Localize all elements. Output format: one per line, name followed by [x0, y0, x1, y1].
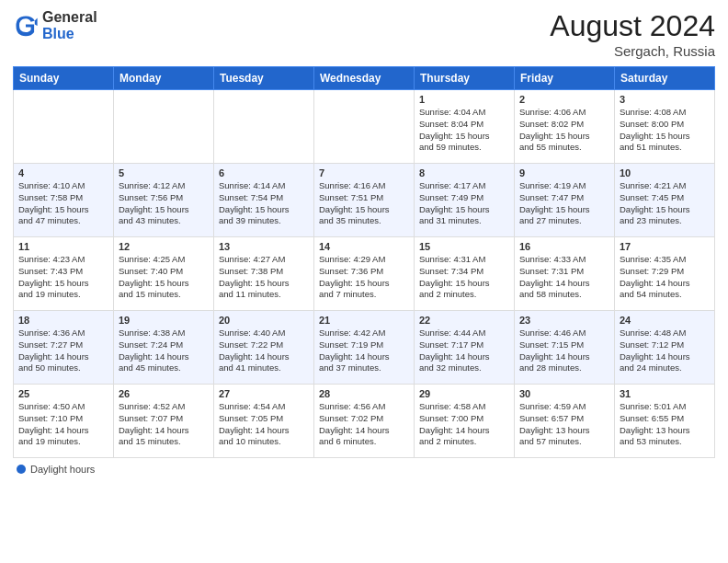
legend: Daylight hours	[13, 464, 715, 475]
calendar-cell: 24Sunrise: 4:48 AM Sunset: 7:12 PM Dayli…	[615, 311, 715, 385]
calendar-cell: 21Sunrise: 4:42 AM Sunset: 7:19 PM Dayli…	[314, 311, 415, 385]
day-number: 4	[18, 167, 108, 178]
calendar-cell: 14Sunrise: 4:29 AM Sunset: 7:36 PM Dayli…	[314, 237, 415, 311]
day-number: 29	[419, 388, 509, 399]
calendar-cell	[114, 90, 214, 164]
day-number: 24	[620, 315, 710, 326]
calendar-week-2: 4Sunrise: 4:10 AM Sunset: 7:58 PM Daylig…	[14, 164, 715, 237]
day-info: Sunrise: 5:01 AM Sunset: 6:55 PM Dayligh…	[620, 401, 710, 448]
day-info: Sunrise: 4:46 AM Sunset: 7:15 PM Dayligh…	[519, 327, 609, 374]
legend-item-daylight: Daylight hours	[17, 464, 95, 475]
calendar-week-3: 11Sunrise: 4:23 AM Sunset: 7:43 PM Dayli…	[14, 237, 715, 311]
calendar-cell: 19Sunrise: 4:38 AM Sunset: 7:24 PM Dayli…	[114, 311, 214, 385]
day-info: Sunrise: 4:56 AM Sunset: 7:02 PM Dayligh…	[319, 401, 409, 448]
calendar-week-5: 25Sunrise: 4:50 AM Sunset: 7:10 PM Dayli…	[14, 385, 715, 458]
day-info: Sunrise: 4:58 AM Sunset: 7:00 PM Dayligh…	[419, 401, 509, 448]
logo: General Blue	[13, 9, 97, 41]
calendar-cell: 27Sunrise: 4:54 AM Sunset: 7:05 PM Dayli…	[214, 385, 314, 458]
calendar-cell: 22Sunrise: 4:44 AM Sunset: 7:17 PM Dayli…	[415, 311, 515, 385]
calendar-header-row: SundayMondayTuesdayWednesdayThursdayFrid…	[14, 67, 715, 90]
day-number: 11	[18, 241, 108, 252]
day-number: 1	[419, 94, 509, 105]
day-number: 3	[620, 94, 710, 105]
calendar-cell: 12Sunrise: 4:25 AM Sunset: 7:40 PM Dayli…	[114, 237, 214, 311]
day-info: Sunrise: 4:52 AM Sunset: 7:07 PM Dayligh…	[119, 401, 209, 448]
day-info: Sunrise: 4:42 AM Sunset: 7:19 PM Dayligh…	[319, 327, 409, 374]
day-number: 13	[219, 241, 309, 252]
calendar-cell: 11Sunrise: 4:23 AM Sunset: 7:43 PM Dayli…	[14, 237, 114, 311]
day-number: 10	[620, 167, 710, 178]
day-number: 14	[319, 241, 409, 252]
calendar-cell: 13Sunrise: 4:27 AM Sunset: 7:38 PM Dayli…	[214, 237, 314, 311]
calendar-cell: 6Sunrise: 4:14 AM Sunset: 7:54 PM Daylig…	[214, 164, 314, 237]
calendar-cell: 28Sunrise: 4:56 AM Sunset: 7:02 PM Dayli…	[314, 385, 415, 458]
calendar-cell: 29Sunrise: 4:58 AM Sunset: 7:00 PM Dayli…	[415, 385, 515, 458]
day-number: 2	[519, 94, 609, 105]
day-info: Sunrise: 4:17 AM Sunset: 7:49 PM Dayligh…	[419, 180, 509, 227]
calendar-cell: 5Sunrise: 4:12 AM Sunset: 7:56 PM Daylig…	[114, 164, 214, 237]
logo-icon	[13, 13, 39, 39]
day-number: 15	[419, 241, 509, 252]
legend-dot-daylight	[17, 465, 26, 474]
calendar-cell: 30Sunrise: 4:59 AM Sunset: 6:57 PM Dayli…	[515, 385, 615, 458]
day-info: Sunrise: 4:06 AM Sunset: 8:02 PM Dayligh…	[519, 107, 609, 154]
calendar-cell: 1Sunrise: 4:04 AM Sunset: 8:04 PM Daylig…	[415, 90, 515, 164]
day-info: Sunrise: 4:50 AM Sunset: 7:10 PM Dayligh…	[18, 401, 108, 448]
day-number: 8	[419, 167, 509, 178]
day-info: Sunrise: 4:25 AM Sunset: 7:40 PM Dayligh…	[119, 254, 209, 301]
day-number: 23	[519, 315, 609, 326]
day-info: Sunrise: 4:44 AM Sunset: 7:17 PM Dayligh…	[419, 327, 509, 374]
logo-blue: Blue	[42, 26, 74, 41]
day-info: Sunrise: 4:16 AM Sunset: 7:51 PM Dayligh…	[319, 180, 409, 227]
calendar-col-wednesday: Wednesday	[314, 67, 415, 90]
calendar-cell: 7Sunrise: 4:16 AM Sunset: 7:51 PM Daylig…	[314, 164, 415, 237]
day-number: 27	[219, 388, 309, 399]
day-number: 26	[119, 388, 209, 399]
calendar-col-thursday: Thursday	[415, 67, 515, 90]
calendar-col-friday: Friday	[515, 67, 615, 90]
calendar-week-4: 18Sunrise: 4:36 AM Sunset: 7:27 PM Dayli…	[14, 311, 715, 385]
calendar-cell: 26Sunrise: 4:52 AM Sunset: 7:07 PM Dayli…	[114, 385, 214, 458]
day-number: 16	[519, 241, 609, 252]
title-block: August 2024 Sergach, Russia	[550, 9, 715, 59]
day-number: 22	[419, 315, 509, 326]
day-info: Sunrise: 4:54 AM Sunset: 7:05 PM Dayligh…	[219, 401, 309, 448]
day-info: Sunrise: 4:14 AM Sunset: 7:54 PM Dayligh…	[219, 180, 309, 227]
day-number: 12	[119, 241, 209, 252]
day-info: Sunrise: 4:31 AM Sunset: 7:34 PM Dayligh…	[419, 254, 509, 301]
day-number: 20	[219, 315, 309, 326]
day-info: Sunrise: 4:23 AM Sunset: 7:43 PM Dayligh…	[18, 254, 108, 301]
calendar-cell: 18Sunrise: 4:36 AM Sunset: 7:27 PM Dayli…	[14, 311, 114, 385]
day-info: Sunrise: 4:27 AM Sunset: 7:38 PM Dayligh…	[219, 254, 309, 301]
day-number: 5	[119, 167, 209, 178]
day-info: Sunrise: 4:19 AM Sunset: 7:47 PM Dayligh…	[519, 180, 609, 227]
month-year: August 2024	[550, 9, 715, 43]
calendar-cell: 31Sunrise: 5:01 AM Sunset: 6:55 PM Dayli…	[615, 385, 715, 458]
day-number: 28	[319, 388, 409, 399]
day-info: Sunrise: 4:48 AM Sunset: 7:12 PM Dayligh…	[620, 327, 710, 374]
day-number: 6	[219, 167, 309, 178]
logo-general: General	[42, 9, 97, 25]
calendar-cell	[214, 90, 314, 164]
calendar-cell: 8Sunrise: 4:17 AM Sunset: 7:49 PM Daylig…	[415, 164, 515, 237]
calendar-cell: 10Sunrise: 4:21 AM Sunset: 7:45 PM Dayli…	[615, 164, 715, 237]
day-number: 17	[620, 241, 710, 252]
calendar-week-1: 1Sunrise: 4:04 AM Sunset: 8:04 PM Daylig…	[14, 90, 715, 164]
calendar-col-sunday: Sunday	[14, 67, 114, 90]
calendar-cell: 23Sunrise: 4:46 AM Sunset: 7:15 PM Dayli…	[515, 311, 615, 385]
day-info: Sunrise: 4:59 AM Sunset: 6:57 PM Dayligh…	[519, 401, 609, 448]
calendar-cell: 2Sunrise: 4:06 AM Sunset: 8:02 PM Daylig…	[515, 90, 615, 164]
day-number: 31	[620, 388, 710, 399]
calendar-cell: 17Sunrise: 4:35 AM Sunset: 7:29 PM Dayli…	[615, 237, 715, 311]
day-number: 19	[119, 315, 209, 326]
page: General Blue August 2024 Sergach, Russia…	[0, 0, 728, 563]
calendar-cell	[14, 90, 114, 164]
day-info: Sunrise: 4:36 AM Sunset: 7:27 PM Dayligh…	[18, 327, 108, 374]
day-number: 9	[519, 167, 609, 178]
calendar-cell: 25Sunrise: 4:50 AM Sunset: 7:10 PM Dayli…	[14, 385, 114, 458]
day-info: Sunrise: 4:29 AM Sunset: 7:36 PM Dayligh…	[319, 254, 409, 301]
day-info: Sunrise: 4:33 AM Sunset: 7:31 PM Dayligh…	[519, 254, 609, 301]
logo-text: General Blue	[42, 9, 97, 41]
header: General Blue August 2024 Sergach, Russia	[13, 9, 715, 59]
day-number: 7	[319, 167, 409, 178]
